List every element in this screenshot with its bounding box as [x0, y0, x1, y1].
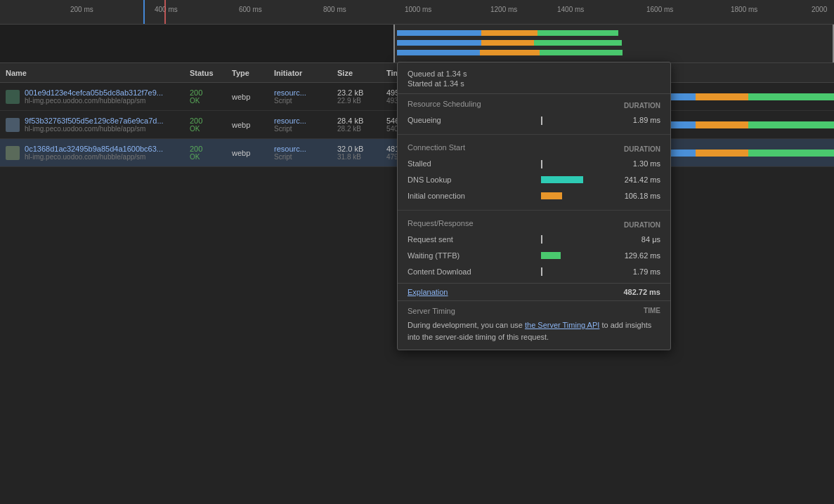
tick-200ms: 200 ms — [70, 6, 93, 13]
popup-row-ttfb: Waiting (TTFB) 129.62 ms — [408, 248, 660, 263]
wf-orange-bar-row3 — [696, 150, 748, 157]
thumbnail-row1 — [6, 90, 20, 104]
dns-bar — [541, 176, 583, 183]
server-timing-section: Server Timing TIME During development, y… — [398, 300, 670, 350]
popup-row-initial-connection: Initial connection 106.18 ms — [408, 188, 660, 204]
header-name[interactable]: Name — [0, 69, 190, 77]
overview-bar — [397, 30, 481, 36]
popup-row-content-download: Content Download 1.79 ms — [408, 264, 660, 279]
content-download-bar — [541, 267, 542, 276]
ttfb-bar — [541, 252, 561, 259]
timeline-ruler: 200 ms 400 ms 600 ms 800 ms 1000 ms 1200… — [0, 0, 834, 25]
tick-1800ms: 1800 ms — [731, 6, 757, 13]
wf-green-bar-row3 — [748, 150, 834, 157]
initial-connection-bar — [541, 192, 562, 199]
server-timing-body: During development, you can use the Serv… — [408, 319, 660, 343]
header-type[interactable]: Type — [232, 69, 274, 77]
stalled-bar — [541, 160, 542, 168]
popup-row-dns: DNS Lookup 241.42 ms — [408, 172, 660, 187]
overview-bar — [540, 50, 623, 55]
resource-scheduling-section: Resource Scheduling DURATION Queueing 1.… — [398, 94, 670, 131]
cell-type-row1: webp — [232, 93, 274, 101]
server-timing-title: Server Timing — [408, 307, 455, 315]
thumbnail-row2 — [6, 118, 20, 132]
tick-400ms: 400 ms — [155, 6, 178, 13]
tick-1600ms: 1600 ms — [646, 6, 673, 13]
overview-bar — [480, 50, 540, 55]
cell-size-row3: 32.0 kB 31.8 kB — [337, 145, 386, 161]
connection-start-section: Connection Start DURATION Stalled 1.30 m… — [398, 138, 670, 207]
header-initiator[interactable]: Initiator — [274, 69, 337, 77]
url-row2: hl-img.peco.uodoo.com/hubble/app/sm — [25, 125, 164, 133]
overview-area — [0, 25, 834, 63]
cell-type-row3: webp — [232, 149, 274, 157]
tick-1400ms: 1400 ms — [557, 6, 584, 13]
cell-size-row1: 23.2 kB 22.9 kB — [337, 88, 386, 105]
explanation-link[interactable]: Explanation — [408, 288, 448, 296]
cell-type-row2: webp — [232, 121, 274, 129]
popup-queued-at: Queued at 1.34 s — [408, 69, 660, 78]
popup-row-request-sent: Request sent 84 μs — [408, 232, 660, 247]
popup-total-value: 482.72 ms — [623, 288, 660, 296]
cell-status-row2: 200 OK — [190, 117, 232, 133]
popup-total-row: Explanation 482.72 ms — [398, 283, 670, 300]
resource-scheduling-title: Resource Scheduling — [408, 100, 481, 108]
overview-right — [393, 25, 834, 62]
tick-1000ms: 1000 ms — [405, 6, 431, 13]
tick-1200ms: 1200 ms — [490, 6, 517, 13]
overview-bar — [397, 40, 481, 46]
popup-started-at: Started at 1.34 s — [408, 79, 660, 88]
blue-time-marker — [143, 0, 145, 24]
cell-name-row1: 001e9d123e4cefca05b5dc8ab312f7e9... hl-i… — [0, 88, 190, 105]
popup-row-stalled: Stalled 1.30 ms — [408, 156, 660, 171]
request-sent-bar — [541, 235, 542, 244]
cell-name-row2: 9f53b32763f505d5e129c8e7a6e9ca7d... hl-i… — [0, 117, 190, 133]
request-response-section: Request/Response DURATION Request sent 8… — [398, 213, 670, 283]
wf-green-bar-row2 — [748, 121, 834, 128]
tick-2000ms: 2000 — [812, 6, 827, 13]
url-row1: hl-img.peco.uodoo.com/hubble/app/sm — [25, 97, 163, 105]
request-response-title: Request/Response — [408, 219, 474, 227]
wf-orange-bar-row2 — [696, 121, 748, 128]
popup-row-queueing: Queueing 1.89 ms — [408, 112, 660, 128]
filename-row3: 0c1368d1ac32495b9a85d4a1600bc63... — [25, 145, 163, 153]
overview-bar — [481, 40, 534, 46]
thumbnail-row3 — [6, 146, 20, 160]
cell-initiator-row2: resourc... Script — [274, 117, 337, 133]
cell-initiator-row1: resourc... Script — [274, 88, 337, 105]
tick-800ms: 800 ms — [323, 6, 346, 13]
header-size[interactable]: Size — [337, 69, 386, 77]
request-response-duration-label: DURATION — [624, 221, 660, 229]
cell-size-row2: 28.4 kB 28.2 kB — [337, 117, 386, 133]
red-time-marker — [164, 0, 166, 24]
filename-row1: 001e9d123e4cefca05b5dc8ab312f7e9... — [25, 88, 163, 97]
filename-row2: 9f53b32763f505d5e129c8e7a6e9ca7d... — [25, 117, 164, 125]
overview-bar — [534, 40, 622, 46]
popup-header: Queued at 1.34 s Started at 1.34 s — [398, 62, 670, 94]
server-timing-api-link[interactable]: the Server Timing API — [525, 321, 599, 329]
cell-status-row3: 200 OK — [190, 145, 232, 161]
tick-600ms: 600 ms — [239, 6, 262, 13]
cell-initiator-row3: resourc... Script — [274, 145, 337, 161]
overview-bar — [397, 50, 480, 55]
timing-popup: Queued at 1.34 s Started at 1.34 s Resou… — [397, 62, 671, 350]
wf-green-bar-row1 — [748, 93, 834, 100]
server-timing-time-label: TIME — [644, 307, 660, 315]
queueing-bar — [541, 117, 542, 125]
cell-status-row1: 200 OK — [190, 88, 232, 105]
overview-left — [0, 25, 393, 62]
header-status[interactable]: Status — [190, 69, 232, 77]
cell-name-row3: 0c1368d1ac32495b9a85d4a1600bc63... hl-im… — [0, 145, 190, 161]
resource-scheduling-duration-label: DURATION — [624, 102, 660, 110]
wf-orange-bar-row1 — [696, 93, 748, 100]
connection-start-duration-label: DURATION — [624, 145, 660, 153]
connection-start-title: Connection Start — [408, 143, 465, 152]
overview-bar — [537, 30, 618, 36]
overview-bar — [481, 30, 537, 36]
url-row3: hl-img.peco.uodoo.com/hubble/app/sm — [25, 153, 163, 161]
